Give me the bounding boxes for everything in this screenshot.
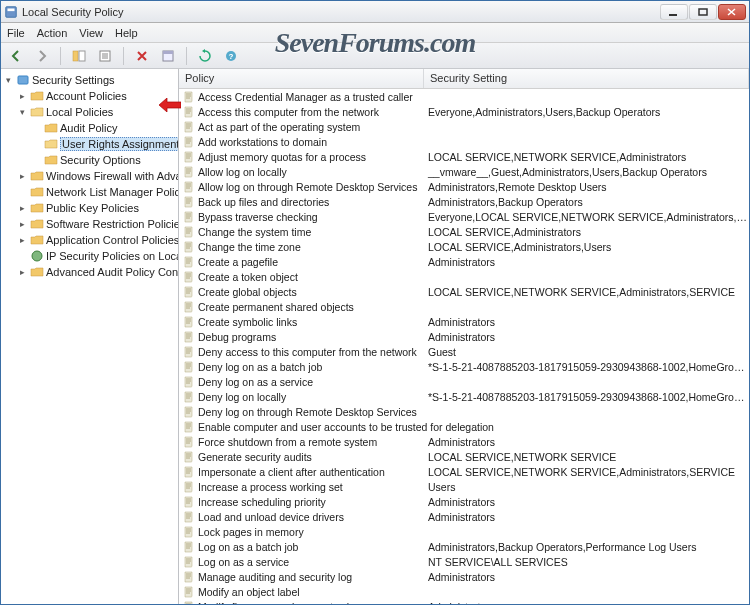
list-body[interactable]: Access Credential Manager as a trusted c…	[179, 89, 749, 604]
collapse-icon[interactable]: ▾	[3, 75, 14, 85]
svg-rect-2	[669, 14, 677, 16]
expand-icon[interactable]: ▸	[17, 235, 28, 245]
tree-firewall[interactable]: ▸ Windows Firewall with Advanced Securit…	[3, 168, 176, 184]
policy-row[interactable]: Manage auditing and security logAdminist…	[179, 569, 749, 584]
ipsec-icon	[30, 249, 44, 263]
policy-name: Debug programs	[198, 331, 276, 343]
column-header-policy[interactable]: Policy	[179, 69, 424, 88]
policy-setting: *S-1-5-21-4087885203-1817915059-29309438…	[424, 391, 749, 403]
expand-icon[interactable]: ▸	[17, 91, 28, 101]
tree-label: Local Policies	[46, 106, 113, 118]
tree-audit-policy[interactable]: Audit Policy	[3, 120, 176, 136]
show-hide-tree-button[interactable]	[68, 46, 90, 66]
policy-row[interactable]: Change the system timeLOCAL SERVICE,Admi…	[179, 224, 749, 239]
refresh-button[interactable]	[194, 46, 216, 66]
policy-row[interactable]: Load and unload device driversAdministra…	[179, 509, 749, 524]
policy-row[interactable]: Increase scheduling priorityAdministrato…	[179, 494, 749, 509]
policy-row[interactable]: Modify an object label	[179, 584, 749, 599]
policy-row[interactable]: Create symbolic linksAdministrators	[179, 314, 749, 329]
menu-help[interactable]: Help	[115, 27, 138, 39]
tree-root[interactable]: ▾ Security Settings	[3, 72, 176, 88]
policy-row[interactable]: Modify firmware environment valuesAdmini…	[179, 599, 749, 604]
policy-row[interactable]: Log on as a serviceNT SERVICE\ALL SERVIC…	[179, 554, 749, 569]
policy-row[interactable]: Increase a process working setUsers	[179, 479, 749, 494]
policy-row[interactable]: Access this computer from the networkEve…	[179, 104, 749, 119]
policy-name: Load and unload device drivers	[198, 511, 344, 523]
policy-item-icon	[183, 466, 195, 478]
forward-button[interactable]	[31, 46, 53, 66]
expand-icon[interactable]: ▸	[17, 219, 28, 229]
policy-row[interactable]: Deny log on locally*S-1-5-21-4087885203-…	[179, 389, 749, 404]
close-button[interactable]	[718, 4, 746, 20]
tree-account-policies[interactable]: ▸ Account Policies	[3, 88, 176, 104]
policy-row[interactable]: Allow log on locally__vmware__,Guest,Adm…	[179, 164, 749, 179]
maximize-button[interactable]	[689, 4, 717, 20]
properties-button[interactable]	[157, 46, 179, 66]
delete-button[interactable]	[131, 46, 153, 66]
app-icon	[4, 5, 18, 19]
policy-row[interactable]: Impersonate a client after authenticatio…	[179, 464, 749, 479]
policy-name: Manage auditing and security log	[198, 571, 352, 583]
tree-user-rights-assignment[interactable]: User Rights Assignment	[3, 136, 176, 152]
expand-icon[interactable]: ▸	[17, 203, 28, 213]
policy-row[interactable]: Lock pages in memory	[179, 524, 749, 539]
navigation-tree[interactable]: ▾ Security Settings ▸ Account Policies ▾…	[1, 69, 179, 604]
policy-row[interactable]: Create a token object	[179, 269, 749, 284]
policy-row[interactable]: Deny log on as a batch job*S-1-5-21-4087…	[179, 359, 749, 374]
tree-netlist[interactable]: Network List Manager Policies	[3, 184, 176, 200]
policy-row[interactable]: Create global objectsLOCAL SERVICE,NETWO…	[179, 284, 749, 299]
tree-softrestrict[interactable]: ▸ Software Restriction Policies	[3, 216, 176, 232]
policy-row[interactable]: Add workstations to domain	[179, 134, 749, 149]
back-button[interactable]	[5, 46, 27, 66]
policy-row[interactable]: Generate security auditsLOCAL SERVICE,NE…	[179, 449, 749, 464]
policy-row[interactable]: Deny log on as a service	[179, 374, 749, 389]
menu-action[interactable]: Action	[37, 27, 68, 39]
tree-appcontrol[interactable]: ▸ Application Control Policies	[3, 232, 176, 248]
policy-setting: Administrators	[424, 436, 749, 448]
policy-item-icon	[183, 451, 195, 463]
policy-name: Enable computer and user accounts to be …	[198, 421, 494, 433]
menu-view[interactable]: View	[79, 27, 103, 39]
expand-icon[interactable]: ▸	[17, 171, 28, 181]
policy-row[interactable]: Back up files and directoriesAdministrat…	[179, 194, 749, 209]
policy-name: Adjust memory quotas for a process	[198, 151, 366, 163]
policy-name: Modify firmware environment values	[198, 601, 366, 605]
expand-icon[interactable]: ▸	[17, 267, 28, 277]
minimize-button[interactable]	[660, 4, 688, 20]
tree-pubkey[interactable]: ▸ Public Key Policies	[3, 200, 176, 216]
tree-label: Security Options	[60, 154, 141, 166]
policy-row[interactable]: Deny log on through Remote Desktop Servi…	[179, 404, 749, 419]
tree-security-options[interactable]: Security Options	[3, 152, 176, 168]
toolbar: ?	[1, 43, 749, 69]
folder-icon	[30, 201, 44, 215]
policy-name: Deny log on as a batch job	[198, 361, 322, 373]
policy-row[interactable]: Adjust memory quotas for a processLOCAL …	[179, 149, 749, 164]
tree-advaudit[interactable]: ▸ Advanced Audit Policy Configuration	[3, 264, 176, 280]
policy-row[interactable]: Deny access to this computer from the ne…	[179, 344, 749, 359]
policy-row[interactable]: Debug programsAdministrators	[179, 329, 749, 344]
policy-row[interactable]: Access Credential Manager as a trusted c…	[179, 89, 749, 104]
policy-row[interactable]: Create a pagefileAdministrators	[179, 254, 749, 269]
export-list-button[interactable]	[94, 46, 116, 66]
menu-file[interactable]: File	[7, 27, 25, 39]
policy-name: Create a token object	[198, 271, 298, 283]
policy-row[interactable]: Change the time zoneLOCAL SERVICE,Admini…	[179, 239, 749, 254]
help-button[interactable]: ?	[220, 46, 242, 66]
policy-setting: Administrators,Backup Operators	[424, 196, 749, 208]
policy-item-icon	[183, 196, 195, 208]
folder-icon	[30, 169, 44, 183]
tree-local-policies[interactable]: ▾ Local Policies	[3, 104, 176, 120]
policy-row[interactable]: Force shutdown from a remote systemAdmin…	[179, 434, 749, 449]
policy-item-icon	[183, 331, 195, 343]
policy-setting: Administrators,Backup Operators,Performa…	[424, 541, 749, 553]
policy-row[interactable]: Bypass traverse checkingEveryone,LOCAL S…	[179, 209, 749, 224]
policy-row[interactable]: Act as part of the operating system	[179, 119, 749, 134]
collapse-icon[interactable]: ▾	[17, 107, 28, 117]
policy-row[interactable]: Log on as a batch jobAdministrators,Back…	[179, 539, 749, 554]
column-header-setting[interactable]: Security Setting	[424, 69, 749, 88]
policy-row[interactable]: Allow log on through Remote Desktop Serv…	[179, 179, 749, 194]
tree-ipsec[interactable]: IP Security Policies on Local Computer	[3, 248, 176, 264]
policy-name: Modify an object label	[198, 586, 300, 598]
policy-row[interactable]: Create permanent shared objects	[179, 299, 749, 314]
policy-row[interactable]: Enable computer and user accounts to be …	[179, 419, 749, 434]
